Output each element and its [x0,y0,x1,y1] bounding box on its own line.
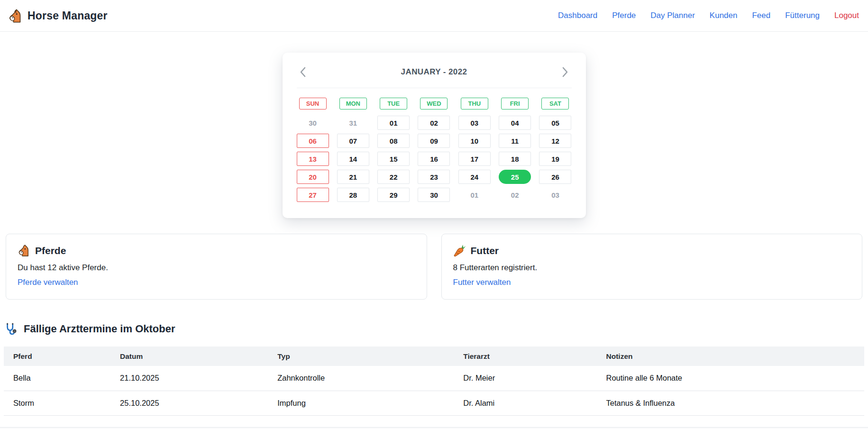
calendar-day[interactable]: 04 [499,116,531,130]
calendar-day[interactable]: 16 [418,152,450,166]
nav-link-pferde[interactable]: Pferde [612,11,636,20]
nav-link-day-planner[interactable]: Day Planner [650,11,695,20]
calendar-day[interactable]: 03 [539,188,571,202]
calendar-day[interactable]: 15 [377,152,410,166]
calendar-dow-label: WED [420,98,448,110]
calendar-dow-thu: THU [458,98,491,110]
calendar-day[interactable]: 01 [377,116,410,130]
calendar-day[interactable]: 18 [499,152,531,166]
table-cell: 25.10.2025 [110,391,268,415]
card-title-row: Futter [453,244,851,257]
card-pferde: Pferde Du hast 12 aktive Pferde. Pferde … [6,234,427,300]
calendar-day[interactable]: 02 [418,116,450,130]
calendar-day[interactable]: 22 [377,170,410,184]
calendar-day[interactable]: 25 [499,170,531,184]
column-header-tierarzt: Tierarzt [454,347,596,366]
calendar-grid: SUNMONTUEWEDTHUFRISAT3031010203040506070… [297,98,572,202]
brand[interactable]: Horse Manager [8,9,108,23]
calendar-day[interactable]: 20 [297,170,329,184]
card-text: 8 Futterarten registriert. [453,263,851,273]
calendar-dow-sun: SUN [297,98,329,110]
calendar-day[interactable]: 28 [337,188,369,202]
calendar-day[interactable]: 24 [458,170,491,184]
futter-verwalten-link[interactable]: Futter verwalten [453,278,511,287]
calendar-day[interactable]: 11 [499,134,531,148]
card-text: Du hast 12 aktive Pferde. [18,263,415,273]
calendar-dow-label: THU [461,98,488,110]
table-cell: Tetanus & Influenza [597,391,865,415]
calendar-day[interactable]: 23 [418,170,450,184]
top-navbar: Horse Manager DashboardPferdeDay Planner… [0,0,868,32]
calendar-dow-sat: SAT [539,98,571,110]
calendar-dow-label: FRI [501,98,529,110]
calendar-day[interactable]: 09 [418,134,450,148]
calendar-day[interactable]: 02 [499,188,531,202]
table-row: Storm25.10.2025ImpfungDr. AlamiTetanus &… [4,391,864,415]
table-cell: Impfung [268,391,454,415]
calendar-day[interactable]: 21 [337,170,369,184]
calendar-header: JANUARY - 2022 [297,62,572,88]
calendar-day[interactable]: 12 [539,134,571,148]
calendar-day[interactable]: 17 [458,152,491,166]
appointments-table: PferdDatumTypTierarztNotizen Bella21.10.… [4,347,864,416]
calendar-day[interactable]: 31 [337,116,369,130]
calendar: JANUARY - 2022 SUNMONTUEWEDTHUFRISAT3031… [283,53,586,218]
calendar-day[interactable]: 07 [337,134,369,148]
table-cell: Storm [4,391,110,415]
calendar-day[interactable]: 06 [297,134,329,148]
calendar-day[interactable]: 30 [297,116,329,130]
horse-icon [18,244,30,257]
calendar-day[interactable]: 08 [377,134,410,148]
nav-link-logout[interactable]: Logout [834,11,859,20]
calendar-day[interactable]: 29 [377,188,410,202]
nav-link-dashboard[interactable]: Dashboard [558,11,597,20]
calendar-day[interactable]: 10 [458,134,491,148]
nav-links: DashboardPferdeDay PlannerKundenFeedFütt… [558,11,859,20]
calendar-dow-wed: WED [418,98,450,110]
calendar-day[interactable]: 03 [458,116,491,130]
column-header-datum: Datum [110,347,268,366]
app-title: Horse Manager [27,9,108,22]
calendar-divider [297,88,572,88]
calendar-day[interactable]: 13 [297,152,329,166]
calendar-dow-fri: FRI [499,98,531,110]
calendar-area: JANUARY - 2022 SUNMONTUEWEDTHUFRISAT3031… [0,53,868,218]
nav-link-kunden[interactable]: Kunden [710,11,738,20]
table-body: Bella21.10.2025ZahnkontrolleDr. MeierRou… [4,366,864,415]
calendar-day[interactable]: 26 [539,170,571,184]
calendar-dow-label: TUE [380,98,407,110]
footer-divider [0,427,868,429]
column-header-notizen: Notizen [597,347,865,366]
summary-cards: Pferde Du hast 12 aktive Pferde. Pferde … [6,234,862,300]
calendar-title: JANUARY - 2022 [401,67,467,77]
section-title: Fällige Arzttermine im Oktober [24,323,175,335]
calendar-day[interactable]: 14 [337,152,369,166]
stethoscope-icon [5,322,18,336]
nav-link-f-tterung[interactable]: Fütterung [785,11,820,20]
table-cell: Routine alle 6 Monate [597,366,865,391]
table-cell: Bella [4,366,110,391]
calendar-next-button[interactable] [560,66,570,78]
calendar-dow-label: MON [339,98,367,110]
table-cell: Dr. Alami [454,391,596,415]
calendar-day[interactable]: 27 [297,188,329,202]
appointments-heading: Fällige Arzttermine im Oktober [5,322,864,336]
card-title: Futter [471,245,499,256]
card-futter: Futter 8 Futterarten registriert. Futter… [441,234,863,300]
calendar-day[interactable]: 30 [418,188,450,202]
calendar-dow-label: SUN [299,98,327,110]
table-cell: 21.10.2025 [110,366,268,391]
calendar-day[interactable]: 19 [539,152,571,166]
calendar-dow-mon: MON [337,98,369,110]
calendar-dow-label: SAT [541,98,569,110]
pferde-verwalten-link[interactable]: Pferde verwalten [18,278,78,287]
nav-link-feed[interactable]: Feed [752,11,770,20]
calendar-prev-button[interactable] [298,66,308,78]
chevron-right-icon [562,67,568,77]
chevron-left-icon [300,67,306,77]
calendar-day[interactable]: 01 [458,188,491,202]
carrot-icon [453,244,466,257]
table-cell: Zahnkontrolle [268,366,454,391]
calendar-day[interactable]: 05 [539,116,571,130]
appointments-table-wrap: PferdDatumTypTierarztNotizen Bella21.10.… [4,347,864,416]
